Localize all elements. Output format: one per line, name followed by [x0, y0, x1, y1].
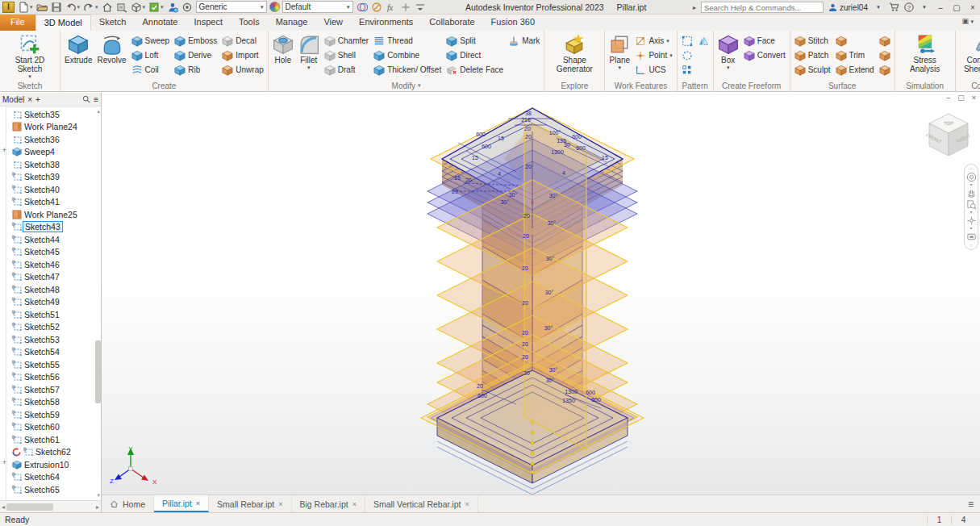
chevron-down-icon[interactable]: ▾ [307, 65, 311, 71]
tab-view[interactable]: View [315, 15, 351, 31]
emboss-button[interactable]: Emboss [173, 34, 219, 48]
tree-item-sketch40[interactable]: Sketch40 [0, 183, 101, 196]
tree-item-sketch48[interactable]: Sketch48 [0, 283, 101, 296]
hscroll-thumb[interactable] [6, 503, 53, 511]
close-button[interactable]: × [967, 3, 978, 12]
direct-button[interactable]: Direct [444, 48, 505, 62]
undo-icon[interactable]: ▾ [65, 1, 81, 14]
chevron-down-icon[interactable]: ▾ [970, 183, 972, 187]
doc-minimize-icon[interactable]: – [946, 94, 950, 102]
doc-tab-home[interactable]: Home [102, 495, 154, 512]
tab-collaborate[interactable]: Collaborate [421, 15, 482, 31]
tree-item-work-plane24[interactable]: Work Plane24 [0, 121, 101, 134]
combine-button[interactable]: Combine [372, 48, 443, 62]
chevron-down-icon[interactable]: ▾ [619, 65, 622, 71]
axis-button[interactable]: Axis▾ [633, 34, 673, 48]
tree-item-sketch58[interactable]: Sketch58 [0, 396, 101, 409]
search-input[interactable] [701, 2, 824, 13]
expand-icon[interactable]: + [1, 147, 8, 154]
tree-item-sketch36[interactable]: Sketch36 [0, 133, 101, 146]
look-at-icon[interactable] [966, 232, 977, 242]
tab-environments[interactable]: Environments [351, 15, 421, 31]
mark-button[interactable]: Mark [507, 34, 541, 48]
tree-item-sketch65[interactable]: Sketch65 [0, 483, 101, 496]
orbit-icon[interactable] [966, 215, 977, 226]
chevron-down-icon[interactable]: ▾ [970, 227, 972, 231]
material-dropdown[interactable]: Generic ▾ [196, 1, 267, 13]
delete-face-button[interactable]: Delete Face [444, 63, 505, 77]
search-icon[interactable] [82, 95, 90, 103]
chevron-down-icon[interactable]: ▾ [28, 73, 31, 80]
chevron-down-icon[interactable]: ▾ [666, 38, 669, 44]
fit-mesh-face-button[interactable] [878, 63, 892, 77]
draft-button[interactable]: Draft [323, 63, 370, 77]
shape-generator-button[interactable]: Shape Generator [547, 31, 602, 80]
adjust-color-icon[interactable] [356, 1, 369, 14]
tab-list-menu-icon[interactable]: ≡ [968, 499, 974, 510]
settings-wheel-icon[interactable] [181, 1, 194, 14]
tree-item-sketch52[interactable]: Sketch52 [0, 321, 101, 334]
trim-button[interactable]: Trim [834, 48, 876, 62]
visual-style-icon[interactable]: ▾ [130, 1, 147, 14]
split-button[interactable]: Split [444, 34, 505, 48]
tab-3d-model[interactable]: 3D Model [35, 15, 91, 31]
browser-add-tab-icon[interactable]: + [35, 95, 40, 104]
view-face-icon[interactable] [115, 1, 128, 14]
tree-item-sketch38[interactable]: Sketch38 [0, 158, 101, 171]
parameters-fx-icon[interactable]: fx [385, 1, 398, 14]
decal-button[interactable]: Decal [220, 34, 265, 48]
tree-item-sketch51[interactable]: Sketch51 [0, 308, 101, 321]
mirror-button[interactable] [696, 34, 711, 48]
tree-item-sketch43[interactable]: Sketch43 [0, 221, 101, 234]
chevron-down-icon[interactable]: ▾ [970, 211, 972, 215]
add-icon[interactable] [399, 1, 412, 14]
tree-item-sketch55[interactable]: Sketch55 [0, 358, 101, 371]
restore-button[interactable]: ▢ [951, 3, 962, 12]
doc-close-icon[interactable]: × [972, 94, 976, 102]
fillet-button[interactable]: Fillet▾ [297, 31, 321, 80]
doc-tab-small-rebar-ipt[interactable]: Small Rebar.ipt× [209, 495, 291, 512]
new-file-icon[interactable]: ▾ [17, 1, 34, 14]
plane-button[interactable]: Plane▾ [607, 31, 632, 80]
tree-item-sketch47[interactable]: Sketch47 [0, 271, 101, 284]
point-button[interactable]: Point▾ [633, 48, 673, 62]
convert-to-sheet-metal-button[interactable]: Convert to Sheet Metal [958, 31, 980, 80]
tree-item-sketch61[interactable]: Sketch61 [0, 433, 101, 446]
tab-inspect[interactable]: Inspect [186, 15, 231, 31]
convert-button[interactable]: Convert [742, 48, 787, 62]
import-button[interactable]: Import [220, 48, 265, 62]
extend-button[interactable]: Extend [834, 63, 876, 77]
material-update-icon[interactable]: ▾ [148, 1, 165, 14]
tree-item-sketch44[interactable]: Sketch44 [0, 233, 101, 246]
sweep-button[interactable]: Sweep [130, 34, 172, 48]
close-tab-icon[interactable]: × [352, 500, 357, 508]
replace-face-button[interactable] [878, 48, 892, 62]
clear-appearance-icon[interactable] [370, 1, 383, 14]
tree-scroll-up-icon[interactable]: ▴ [97, 108, 100, 115]
save-icon[interactable] [50, 1, 63, 14]
appearance-sphere-icon[interactable] [269, 2, 280, 12]
hole-button[interactable]: Hole [271, 31, 295, 80]
coil-button[interactable]: Coil [130, 63, 172, 77]
viewcube-top-label[interactable]: TOP [944, 121, 953, 126]
tree-item-sketch46[interactable]: Sketch46 [0, 258, 101, 271]
graphics-viewport[interactable]: – ▢ × 38216206006001515152020100°6001353… [102, 93, 980, 495]
tree-item-sketch45[interactable]: Sketch45 [0, 246, 101, 259]
doc-restore-icon[interactable]: ▢ [957, 94, 965, 102]
tree-item-sketch59[interactable]: Sketch59 [0, 408, 101, 421]
chamfer-button[interactable]: Chamfer [323, 34, 370, 48]
minimize-button[interactable]: – [935, 3, 946, 12]
help-menu-chevron-icon[interactable]: ▾ [919, 4, 930, 10]
tree-item-sketch57[interactable]: Sketch57 [0, 383, 101, 396]
zoom-icon[interactable] [966, 199, 977, 210]
tree-item-sweep4[interactable]: + Sweep4 [0, 146, 101, 159]
ucs-button[interactable]: UCS [633, 63, 673, 77]
sketch-driven-pattern-button[interactable] [680, 63, 694, 77]
tree-item-sketch54[interactable]: Sketch54 [0, 346, 101, 359]
iproperties-icon[interactable] [166, 1, 179, 14]
help-icon[interactable]: ? [904, 2, 914, 12]
stress-analysis-button[interactable]: Stress Analysis [898, 31, 953, 80]
tree-item-sketch64[interactable]: Sketch64 [0, 471, 101, 484]
close-tab-icon[interactable]: × [196, 499, 200, 507]
rectangular-pattern-button[interactable] [680, 34, 694, 48]
